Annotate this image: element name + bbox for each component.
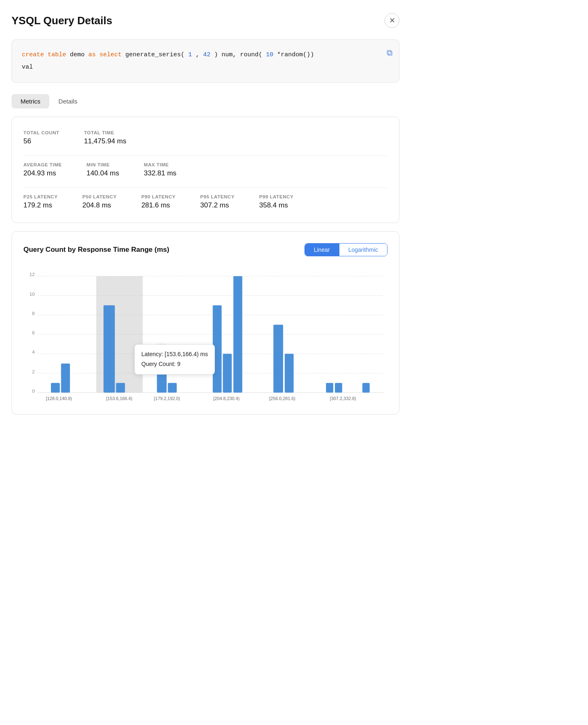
- metrics-row-3: P25 LATENCY 179.2 ms P50 LATENCY 204.8 m…: [23, 187, 387, 213]
- bar-128-1: [51, 383, 60, 393]
- close-icon: ✕: [389, 16, 395, 25]
- metrics-row-1: TOTAL COUNT 56 TOTAL TIME 11,475.94 ms: [23, 127, 387, 149]
- chart-title: Query Count by Response Time Range (ms): [23, 246, 169, 254]
- chart-area: 0 2 4 6 8 10 12: [23, 266, 387, 406]
- metric-total-count: TOTAL COUNT 56: [23, 130, 59, 145]
- svg-text:[179.2,192.0): [179.2,192.0): [154, 396, 180, 401]
- bar-153-1: [104, 305, 115, 393]
- metric-total-time: TOTAL TIME 11,475.94 ms: [84, 130, 126, 145]
- bar-256-1: [273, 325, 283, 392]
- bar-256-2: [285, 354, 294, 393]
- svg-text:8: 8: [32, 311, 35, 316]
- svg-text:[256.0,281.6): [256.0,281.6): [269, 396, 295, 401]
- close-button[interactable]: ✕: [385, 13, 399, 28]
- svg-text:[204.8,230.4): [204.8,230.4): [213, 396, 240, 401]
- svg-text:[307.2,332.8): [307.2,332.8): [330, 396, 356, 401]
- svg-text:4: 4: [32, 349, 35, 355]
- logarithmic-toggle-button[interactable]: Logarithmic: [339, 244, 387, 256]
- metric-p50: P50 LATENCY 204.8 ms: [82, 194, 116, 209]
- chart-card: Query Count by Response Time Range (ms) …: [12, 231, 399, 414]
- bar-204-1: [213, 305, 222, 393]
- code-block: ⧉ create table demo as select generate_s…: [12, 39, 399, 83]
- svg-text:6: 6: [32, 330, 35, 336]
- page-header: YSQL Query Details ✕: [12, 13, 399, 28]
- bar-307-3: [362, 383, 370, 393]
- bar-204-3: [233, 276, 242, 393]
- metric-avg-time: AVERAGE TIME 204.93 ms: [23, 162, 62, 177]
- code-line-1: create table demo as select generate_ser…: [22, 50, 389, 60]
- bar-307-1: [326, 383, 333, 393]
- metrics-card: TOTAL COUNT 56 TOTAL TIME 11,475.94 ms A…: [12, 117, 399, 223]
- bar-153-highlight: [96, 276, 143, 393]
- bar-179-2: [168, 383, 177, 393]
- svg-text:[128.0,140.8): [128.0,140.8): [46, 396, 72, 401]
- svg-text:10: 10: [29, 291, 35, 297]
- svg-text:2: 2: [32, 369, 35, 375]
- bar-204-2: [223, 354, 232, 393]
- histogram-chart: 0 2 4 6 8 10 12: [23, 266, 387, 406]
- metric-p99: P99 LATENCY 358.4 ms: [259, 194, 293, 209]
- svg-text:[153.6,166.4): [153.6,166.4): [106, 396, 132, 401]
- metric-min-time: MIN TIME 140.04 ms: [87, 162, 119, 177]
- metric-p90: P90 LATENCY 281.6 ms: [141, 194, 175, 209]
- scale-toggle-group: Linear Logarithmic: [304, 243, 387, 256]
- code-line-2: val: [22, 62, 389, 73]
- tab-metrics[interactable]: Metrics: [12, 94, 49, 108]
- metric-p25: P25 LATENCY 179.2 ms: [23, 194, 58, 209]
- svg-text:12: 12: [29, 272, 35, 277]
- bar-128-2: [61, 364, 70, 393]
- metrics-row-2: AVERAGE TIME 204.93 ms MIN TIME 140.04 m…: [23, 155, 387, 181]
- tab-group: Metrics Details: [12, 94, 399, 108]
- linear-toggle-button[interactable]: Linear: [305, 244, 339, 256]
- metric-max-time: MAX TIME 332.81 ms: [144, 162, 176, 177]
- bar-179-1: [157, 344, 167, 393]
- svg-text:0: 0: [32, 388, 35, 394]
- bar-307-2: [335, 383, 342, 393]
- chart-header: Query Count by Response Time Range (ms) …: [23, 243, 387, 256]
- bar-153-2: [116, 383, 125, 393]
- metric-p95: P95 LATENCY 307.2 ms: [200, 194, 234, 209]
- tab-details[interactable]: Details: [49, 94, 86, 108]
- copy-icon[interactable]: ⧉: [387, 46, 392, 60]
- page-title: YSQL Query Details: [12, 14, 112, 27]
